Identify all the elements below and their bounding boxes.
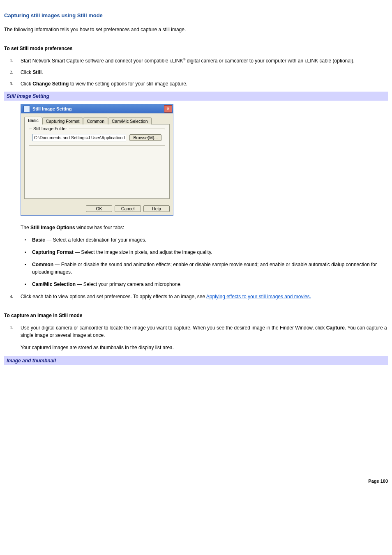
figure-caption-still-image-setting: Still Image Setting (4, 92, 388, 101)
dialog-title-text: Still Image Setting (32, 106, 71, 111)
section-heading-capture: To capture an image in Still mode (4, 312, 388, 319)
figure-placeholder (21, 368, 388, 470)
step-text: Click Still. (21, 69, 43, 75)
dialog-footer: OK Cancel Help (21, 202, 173, 215)
ok-button[interactable]: OK (86, 205, 112, 212)
cancel-button[interactable]: Cancel (115, 205, 141, 212)
step-number: 4. (10, 293, 13, 300)
step-text: Start Network Smart Capture software and… (21, 58, 355, 64)
intro-text: The following information tells you how … (4, 26, 388, 33)
tab-panel-basic: Still Image Folder Browse(M)... (24, 124, 170, 199)
list-item: Capturing Format — Select the image size… (21, 249, 388, 256)
steps-capture: 1. Use your digital camera or camcorder … (4, 324, 388, 351)
tab-description-list: Basic — Select a folder destination for … (21, 236, 388, 288)
step-number: 1. (10, 57, 13, 64)
page-number: Page 100 (4, 479, 388, 484)
dialog-still-image-setting: Still Image Setting × Basic Capturing Fo… (21, 104, 173, 216)
step-note: Your captured images are stored as thumb… (21, 344, 388, 351)
help-button[interactable]: Help (143, 205, 170, 212)
list-item: Basic — Select a folder destination for … (21, 236, 388, 244)
step-number: 1. (10, 324, 13, 331)
close-icon[interactable]: × (164, 105, 172, 113)
tab-common[interactable]: Common (83, 117, 108, 124)
list-item: Common — Enable or disable the sound and… (21, 261, 388, 276)
fieldset-legend: Still Image Folder (32, 126, 69, 131)
dialog-titlebar[interactable]: Still Image Setting × (21, 104, 173, 113)
tab-basic[interactable]: Basic (24, 117, 42, 124)
browse-button[interactable]: Browse(M)... (129, 134, 161, 141)
section-heading-set-prefs: To set Still mode preferences (4, 45, 388, 52)
steps-set-prefs-cont: 4. Click each tab to view options and se… (4, 293, 388, 300)
step-number: 2. (10, 69, 13, 76)
step-text: Click each tab to view options and set p… (21, 294, 311, 299)
dialog-tabs: Basic Capturing Format Common Cam/Mic Se… (24, 117, 170, 124)
page-title: Capturing still images using Still mode (4, 12, 388, 18)
link-applying-effects[interactable]: Applying effects to your still images an… (206, 294, 311, 299)
tab-cam-mic-selection[interactable]: Cam/Mic Selection (108, 117, 152, 124)
step-text: Use your digital camera or camcorder to … (21, 325, 387, 338)
fieldset-still-image-folder: Still Image Folder Browse(M)... (29, 129, 165, 146)
list-item: Cam/Mic Selection — Select your primary … (21, 281, 388, 288)
step-number: 3. (10, 80, 13, 87)
app-icon (23, 106, 30, 112)
step-text: Click Change Setting to view the setting… (21, 81, 187, 87)
figure-caption-image-thumbnail: Image and thumbnail (4, 356, 388, 365)
steps-set-prefs: 1. Start Network Smart Capture software … (4, 57, 388, 88)
options-intro: The Still Image Options window has four … (21, 224, 388, 231)
tab-capturing-format[interactable]: Capturing Format (42, 117, 83, 124)
folder-path-input[interactable] (32, 134, 126, 141)
